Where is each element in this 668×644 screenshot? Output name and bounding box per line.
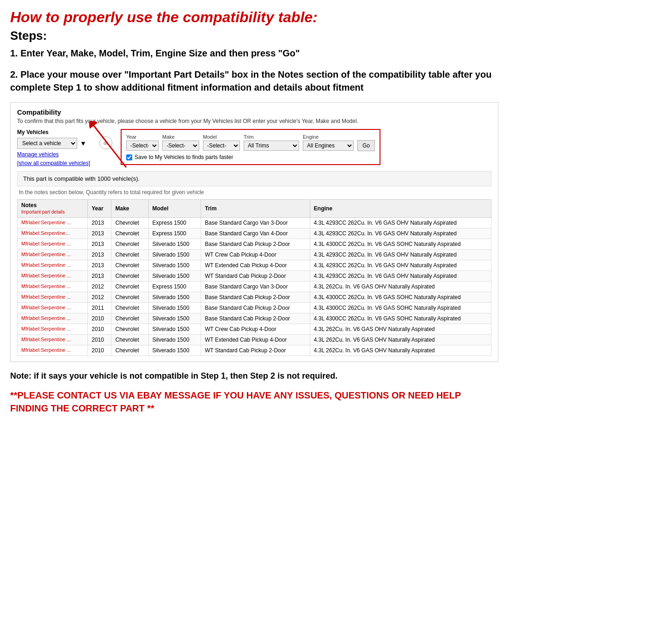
table-row: Mfrlabel:Serpentine ...2010ChevroletSilv… xyxy=(18,324,491,335)
make-cell: Chevrolet xyxy=(111,335,148,345)
make-cell: Chevrolet xyxy=(111,250,148,260)
model-cell: Silverado 1500 xyxy=(148,313,201,324)
engine-cell: 4.3L 4293CC 262Cu. In. V6 GAS OHV Natura… xyxy=(310,260,491,271)
step1-text: 1. Enter Year, Make, Model, Trim, Engine… xyxy=(10,47,498,60)
step2-text: 2. Place your mouse over "Important Part… xyxy=(10,68,498,94)
dropdown-arrow-icon: ▼ xyxy=(80,140,86,147)
svg-line-1 xyxy=(94,126,126,167)
save-label: Save to My Vehicles to finds parts faste… xyxy=(135,154,233,160)
trim-cell: Base Standard Cargo Van 4-Door xyxy=(201,228,310,239)
model-label: Model xyxy=(203,134,240,140)
note-cell: Mfrlabel:Serpentine ... xyxy=(18,313,88,324)
note-cell: Mfrlabel:Serpentine ... xyxy=(18,324,88,335)
year-cell: 2010 xyxy=(88,345,111,356)
engine-cell: 4.3L 4293CC 262Cu. In. V6 GAS OHV Natura… xyxy=(310,271,491,282)
compatible-count-text: This part is compatible with 1000 vehicl… xyxy=(23,175,140,182)
compat-info-bar: This part is compatible with 1000 vehicl… xyxy=(17,171,491,186)
model-select[interactable]: -Select- xyxy=(203,141,240,151)
th-notes: Notes Important part details xyxy=(18,200,88,218)
th-engine: Engine xyxy=(310,200,491,218)
note-cell: Mfrlabel:Serpentine ... xyxy=(18,335,88,345)
go-button[interactable]: Go xyxy=(357,140,375,151)
model-cell: Silverado 1500 xyxy=(148,335,201,345)
note-cell: Mfrlabel:Serpentine... xyxy=(18,228,88,239)
note-cell: Mfrlabel:Serpentine ... xyxy=(18,218,88,228)
compatibility-box: Compatibility To confirm that this part … xyxy=(10,102,498,362)
table-row: Mfrlabel:Serpentine ...2010ChevroletSilv… xyxy=(18,313,491,324)
model-cell: Silverado 1500 xyxy=(148,239,201,250)
ymm-section: Year -Select- Make -Select- Model -Selec… xyxy=(121,129,380,165)
make-field: Make -Select- xyxy=(162,134,199,151)
year-cell: 2010 xyxy=(88,324,111,335)
note-cell: Mfrlabel:Serpentine ... xyxy=(18,303,88,313)
table-row: Mfrlabel:Serpentine ...2013ChevroletSilv… xyxy=(18,250,491,260)
show-compatible-link[interactable]: [show all compatible vehicles] xyxy=(17,160,91,166)
trim-cell: WT Extended Cab Pickup 4-Door xyxy=(201,260,310,271)
note-text: Note: if it says your vehicle is not com… xyxy=(10,370,498,382)
compat-title: Compatibility xyxy=(17,108,491,116)
make-cell: Chevrolet xyxy=(111,239,148,250)
model-cell: Express 1500 xyxy=(148,218,201,228)
year-cell: 2012 xyxy=(88,282,111,292)
year-cell: 2013 xyxy=(88,260,111,271)
th-make: Make xyxy=(111,200,148,218)
make-cell: Chevrolet xyxy=(111,345,148,356)
trim-cell: Base Standard Cargo Van 3-Door xyxy=(201,218,310,228)
compat-controls: My Vehicles Select a vehicle ▼ Manage ve… xyxy=(17,129,491,166)
trim-cell: Base Standard Cab Pickup 2-Door xyxy=(201,239,310,250)
th-model: Model xyxy=(148,200,201,218)
compat-subtitle: To confirm that this part fits your vehi… xyxy=(17,118,491,124)
engine-cell: 4.3L 4293CC 262Cu. In. V6 GAS OHV Natura… xyxy=(310,250,491,260)
my-vehicles-label: My Vehicles xyxy=(17,129,91,135)
engine-cell: 4.3L 4293CC 262Cu. In. V6 GAS OHV Natura… xyxy=(310,218,491,228)
steps-heading: Steps: xyxy=(10,29,498,43)
trim-cell: WT Crew Cab Pickup 4-Door xyxy=(201,324,310,335)
th-notes-label: Notes xyxy=(21,202,37,209)
engine-select[interactable]: All Engines xyxy=(303,141,354,151)
model-cell: Silverado 1500 xyxy=(148,303,201,313)
table-row: Mfrlabel:Serpentine ...2011ChevroletSilv… xyxy=(18,303,491,313)
ymm-row: Year -Select- Make -Select- Model -Selec… xyxy=(126,134,375,151)
make-cell: Chevrolet xyxy=(111,324,148,335)
table-row: Mfrlabel:Serpentine ...2013ChevroletSilv… xyxy=(18,239,491,250)
engine-cell: 4.3L 4300CC 262Cu. In. V6 GAS SOHC Natur… xyxy=(310,303,491,313)
model-cell: Silverado 1500 xyxy=(148,345,201,356)
vehicle-select-dropdown[interactable]: Select a vehicle xyxy=(17,138,77,149)
engine-cell: 4.3L 262Cu. In. V6 GAS OHV Naturally Asp… xyxy=(310,282,491,292)
make-cell: Chevrolet xyxy=(111,313,148,324)
manage-vehicles-link[interactable]: Manage vehicles xyxy=(17,151,91,158)
year-cell: 2011 xyxy=(88,303,111,313)
trim-select[interactable]: All Trims xyxy=(244,141,299,151)
make-select[interactable]: -Select- xyxy=(162,141,199,151)
my-vehicles-section: My Vehicles Select a vehicle ▼ Manage ve… xyxy=(17,129,91,166)
model-cell: Silverado 1500 xyxy=(148,324,201,335)
year-cell: 2013 xyxy=(88,271,111,282)
model-cell: Express 1500 xyxy=(148,228,201,239)
arrow-graphic xyxy=(89,121,145,172)
table-header-row: Notes Important part details Year Make M… xyxy=(18,200,491,218)
note-cell: Mfrlabel:Serpentine ... xyxy=(18,239,88,250)
quantity-note: In the notes section below, Quantity ref… xyxy=(17,189,491,196)
table-row: Mfrlabel:Serpentine ...2013ChevroletSilv… xyxy=(18,260,491,271)
th-notes-sub: Important part details xyxy=(21,209,65,215)
model-cell: Silverado 1500 xyxy=(148,260,201,271)
trim-cell: Base Standard Cab Pickup 2-Door xyxy=(201,313,310,324)
engine-cell: 4.3L 4293CC 262Cu. In. V6 GAS OHV Natura… xyxy=(310,228,491,239)
trim-cell: WT Extended Cab Pickup 4-Door xyxy=(201,335,310,345)
year-cell: 2012 xyxy=(88,292,111,303)
note-cell: Mfrlabel:Serpentine ... xyxy=(18,345,88,356)
make-cell: Chevrolet xyxy=(111,303,148,313)
year-cell: 2010 xyxy=(88,313,111,324)
model-cell: Silverado 1500 xyxy=(148,292,201,303)
trim-cell: WT Crew Cab Pickup 4-Door xyxy=(201,250,310,260)
note-cell: Mfrlabel:Serpentine ... xyxy=(18,250,88,260)
engine-cell: 4.3L 262Cu. In. V6 GAS OHV Naturally Asp… xyxy=(310,335,491,345)
make-cell: Chevrolet xyxy=(111,271,148,282)
year-cell: 2013 xyxy=(88,228,111,239)
engine-cell: 4.3L 262Cu. In. V6 GAS OHV Naturally Asp… xyxy=(310,345,491,356)
trim-cell: WT Standard Cab Pickup 2-Door xyxy=(201,271,310,282)
table-row: Mfrlabel:Serpentine ...2013ChevroletSilv… xyxy=(18,271,491,282)
engine-cell: 4.3L 262Cu. In. V6 GAS OHV Naturally Asp… xyxy=(310,324,491,335)
trim-cell: WT Standard Cab Pickup 2-Door xyxy=(201,345,310,356)
trim-field: Trim All Trims xyxy=(244,134,299,151)
